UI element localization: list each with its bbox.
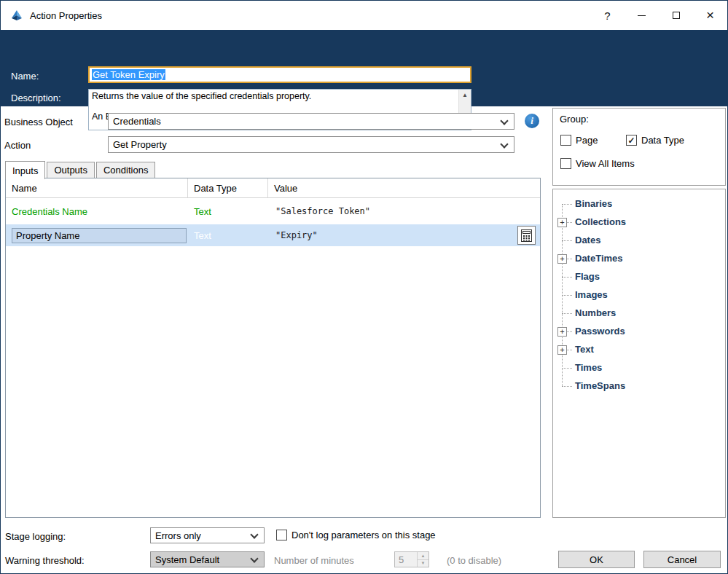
expand-icon[interactable]: + [557,345,567,355]
window-controls: ? × [590,1,727,30]
minimize-button[interactable] [625,1,659,30]
minimize-icon [638,15,646,16]
param-value[interactable]: "Expiry" [268,230,540,240]
tree-item-label: Binaries [575,198,612,209]
warning-threshold-label: Warning threshold: [5,555,85,566]
warning-threshold-value: System Default [155,554,219,565]
param-tabs: Inputs Outputs Conditions [5,161,157,178]
description-line-1: Returns the value of the specified crede… [92,91,456,102]
expression-editor-button[interactable] [517,226,536,245]
page-checkbox-box[interactable]: ✓ [560,135,571,146]
tree-item-label: Text [575,344,594,355]
column-header-value: Value [268,178,540,197]
header-panel: Name: Get Token Expiry Description: Retu… [1,30,727,106]
tree-item-passwords[interactable]: + Passwords [553,323,725,341]
tree-item-times[interactable]: + Times [553,359,725,377]
spinner-down-icon[interactable]: ▼ [418,560,428,567]
param-name-editor[interactable]: Property Name [12,228,187,243]
tree-item-text[interactable]: + Text [553,341,725,359]
tree-item-label: Passwords [575,326,625,337]
description-label: Description: [11,93,61,103]
info-icon[interactable]: i [525,114,539,128]
warning-threshold-select[interactable]: System Default [150,551,265,567]
minutes-value: 5 [399,554,404,565]
data-type-checkbox-box[interactable]: ✓ [626,135,637,146]
group-panel: Group: ✓ Page ✓ Data Type ✓ View All Ite… [552,108,726,186]
tree-item-label: Times [575,362,602,373]
business-object-select[interactable]: Credentials [108,113,514,130]
tree-item-label: DateTimes [575,253,623,264]
dont-log-checkbox-label: Don't log parameters on this stage [291,530,436,540]
window-title: Action Properties [30,10,102,21]
table-row[interactable]: Property Name Text "Expiry" [6,224,540,246]
tree-item-label: Collections [575,216,626,227]
view-all-items-checkbox-label: View All Items [576,158,635,169]
action-properties-dialog: Action Properties ? × Name: Get Token Ex… [0,0,728,574]
name-label: Name: [11,71,39,82]
view-all-items-checkbox-box[interactable]: ✓ [560,158,571,169]
data-type-checkbox[interactable]: ✓ Data Type [626,135,684,146]
scroll-up-icon[interactable]: ▲ [462,90,468,101]
close-button[interactable]: × [693,1,727,30]
tree-item-collections[interactable]: + Collections [553,213,725,232]
tree-item-flags[interactable]: + Flags [553,268,725,286]
disable-hint-label: (0 to disable) [447,555,501,566]
data-type-checkbox-label: Data Type [641,135,684,146]
tree-item-numbers[interactable]: + Numbers [553,304,725,323]
expand-icon[interactable]: + [557,327,567,337]
param-name: Credentials Name [6,206,188,217]
tree-item-binaries[interactable]: + Binaries [553,195,725,213]
tab-inputs[interactable]: Inputs [5,161,45,179]
spinner-up-icon[interactable]: ▲ [418,552,428,560]
table-header: Name Data Type Value [6,178,540,198]
stage-logging-label: Stage logging: [5,531,66,542]
chevron-down-icon [250,530,258,538]
data-type-tree: + Binaries + Collections + Dates + DateT… [552,189,726,518]
tree-item-datetimes[interactable]: + DateTimes [553,250,725,268]
page-checkbox[interactable]: ✓ Page [560,135,598,146]
table-row[interactable]: Credentials Name Text "Salesforce Token" [6,198,540,224]
chevron-down-icon [250,554,258,562]
number-of-minutes-label: Number of minutes [274,555,354,566]
dont-log-checkbox[interactable]: ✓ Don't log parameters on this stage [276,530,436,540]
tree-item-label: Images [575,289,608,300]
column-header-name: Name [6,178,188,197]
maximize-button[interactable] [659,1,693,30]
help-button[interactable]: ? [590,1,625,30]
tab-conditions[interactable]: Conditions [96,162,155,178]
tree-item-label: Numbers [575,307,616,318]
spinner-buttons: ▲ ▼ [417,552,428,567]
inputs-table: Name Data Type Value Credentials Name Te… [5,178,541,518]
chevron-down-icon [500,140,508,148]
action-label: Action [4,140,31,151]
titlebar: Action Properties ? × [1,1,727,30]
dont-log-checkbox-box[interactable]: ✓ [276,530,287,540]
param-data-type: Text [188,230,268,241]
calculator-icon [521,229,532,242]
minutes-spinner[interactable]: 5 ▲ ▼ [394,551,429,567]
group-label: Group: [560,114,589,125]
view-all-items-checkbox[interactable]: ✓ View All Items [560,158,635,169]
column-header-data-type: Data Type [188,178,268,197]
tree-item-images[interactable]: + Images [553,286,725,304]
name-input[interactable]: Get Token Expiry [88,66,471,83]
tab-outputs[interactable]: Outputs [47,162,95,178]
tree-item-timespans[interactable]: + TimeSpans [553,377,725,396]
stage-logging-value: Errors only [155,530,201,541]
action-value: Get Property [113,139,167,150]
page-checkbox-label: Page [576,135,598,146]
expand-icon[interactable]: + [557,254,567,264]
param-data-type: Text [188,206,268,217]
blue-prism-logo-icon [10,9,23,22]
business-object-label: Business Object [4,117,73,127]
name-input-value: Get Token Expiry [92,69,165,80]
ok-button[interactable]: OK [558,551,635,568]
expand-icon[interactable]: + [557,218,567,227]
tree-item-dates[interactable]: + Dates [553,232,725,250]
param-value[interactable]: "Salesforce Token" [268,206,540,216]
checkmark-icon: ✓ [627,136,635,145]
action-select[interactable]: Get Property [108,136,514,153]
cancel-button[interactable]: Cancel [643,551,721,568]
tree-item-label: Flags [575,271,600,282]
stage-logging-select[interactable]: Errors only [150,527,265,543]
